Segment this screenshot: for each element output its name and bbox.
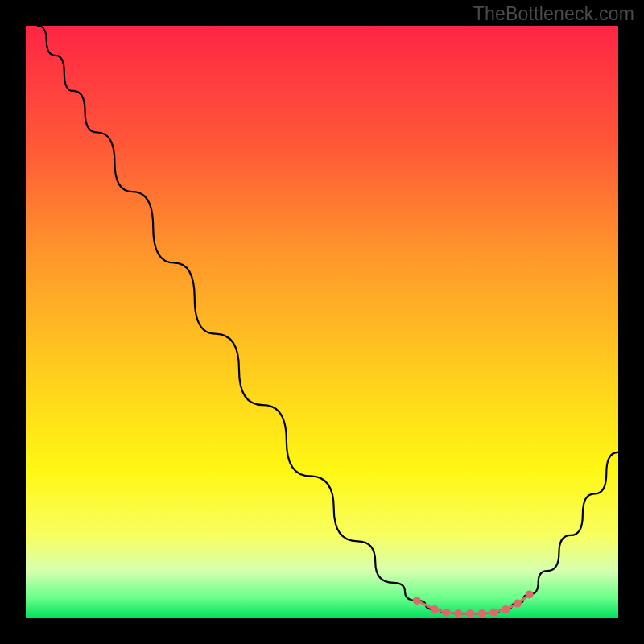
optimal-zone-markers-point [514, 600, 522, 608]
watermark-text: TheBottleneck.com [473, 3, 634, 25]
chart-plot-area [26, 26, 618, 618]
optimal-zone-markers-point [466, 609, 474, 617]
optimal-zone-markers-point [502, 605, 510, 613]
optimal-zone-markers-point [431, 605, 439, 613]
chart-frame: TheBottleneck.com [0, 0, 644, 644]
optimal-zone-markers-point [454, 609, 462, 617]
chart-svg [26, 26, 618, 618]
optimal-zone-markers-point [489, 609, 497, 617]
optimal-zone-markers-point [413, 597, 421, 605]
optimal-zone-markers-point [443, 609, 451, 617]
gradient-background [26, 26, 618, 618]
optimal-zone-markers-point [478, 609, 486, 617]
optimal-zone-markers-point [526, 591, 534, 599]
